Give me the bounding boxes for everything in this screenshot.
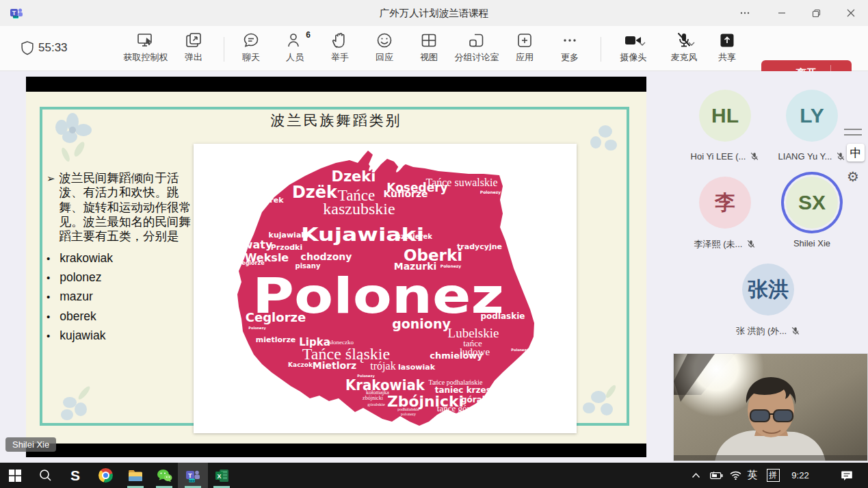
- self-video-tile[interactable]: [673, 353, 868, 461]
- shield-icon: [19, 40, 36, 57]
- people-button[interactable]: 6 人员: [274, 31, 315, 68]
- view-button[interactable]: 视图: [408, 31, 449, 68]
- wordcloud-word: sztajerek: [397, 233, 432, 240]
- more-dots-icon: [561, 31, 579, 49]
- wordcloud-word: Polonezy: [335, 146, 356, 151]
- list-item: •kujawiak: [47, 329, 198, 343]
- windows-logo-icon: [9, 470, 21, 482]
- teams-icon: T NEW: [185, 468, 200, 483]
- slide-bullet-list: •krakowiak •polonez •mazur •oberek •kuja…: [47, 251, 198, 344]
- ime-pinyin-indicator[interactable]: 拼: [763, 463, 782, 488]
- taskbar-app-teams[interactable]: T NEW: [178, 463, 208, 488]
- taskbar-app-excel[interactable]: X: [207, 463, 237, 488]
- title-bar: T NEW 广外万人计划波兰语课程: [0, 0, 868, 26]
- ime-drag-handle[interactable]: [844, 129, 862, 136]
- wordcloud-word: Polonezy: [480, 190, 501, 195]
- camera-icon: [623, 31, 644, 49]
- react-smiley-icon: [376, 31, 393, 49]
- breakout-rooms-button[interactable]: 分组讨论室: [446, 31, 508, 68]
- taskbar-app-explorer[interactable]: [120, 463, 150, 488]
- participant-name: Hoi Yi LEE (...: [691, 151, 746, 162]
- breakout-rooms-icon: [468, 31, 486, 49]
- react-button[interactable]: 回应: [364, 31, 405, 68]
- ime-language-button[interactable]: 中: [847, 144, 865, 162]
- close-icon: [847, 9, 855, 17]
- avatar: 张洪: [742, 264, 794, 316]
- webcam-video: [674, 354, 868, 461]
- taskbar-search-button[interactable]: [30, 463, 60, 488]
- restore-button[interactable]: [800, 0, 832, 26]
- participant-name: Shilei Xie: [793, 238, 830, 248]
- wordcloud-word: Tańce suwalskie: [425, 177, 497, 188]
- file-explorer-icon: [128, 470, 143, 482]
- mic-muted-icon: [746, 240, 756, 249]
- take-control-button[interactable]: 获取控制权: [118, 31, 173, 68]
- restore-icon: [812, 9, 821, 18]
- participant-tile[interactable]: SX Shilei Xie: [767, 177, 856, 248]
- people-icon: [286, 31, 304, 49]
- tray-show-hidden-button[interactable]: [684, 463, 707, 488]
- more-button[interactable]: 更多: [549, 31, 590, 68]
- react-label: 回应: [376, 51, 393, 64]
- wordcloud-word: lasowiak: [398, 363, 436, 372]
- participant-tile[interactable]: 李 李泽熙 (未...: [681, 177, 770, 251]
- minimize-icon: [778, 9, 786, 17]
- mic-chevron-icon[interactable]: [687, 41, 696, 47]
- search-icon: [39, 469, 52, 482]
- toolbar-divider: [601, 37, 601, 62]
- slide-title: 波兰民族舞蹈类别: [26, 111, 646, 130]
- participant-tile[interactable]: 张洪 张 洪韵 (外...: [724, 264, 813, 337]
- participant-tile[interactable]: HL Hoi Yi LEE (...: [681, 90, 770, 162]
- wordcloud-word: Ceglorze: [237, 260, 265, 266]
- battery-icon: [710, 472, 723, 480]
- apps-button[interactable]: 应用: [504, 31, 545, 68]
- wordcloud-word: Dzëk: [292, 183, 338, 202]
- wordcloud-word: kaszubskie: [323, 200, 395, 218]
- avatar: HL: [699, 90, 751, 142]
- poland-map-wordcloud: PolonezyDzekiKosederyTańce suwalskieDzëk…: [194, 144, 577, 433]
- minimize-button[interactable]: [766, 0, 798, 26]
- window-more-button[interactable]: [729, 0, 761, 26]
- taskbar-app-s[interactable]: S: [60, 463, 90, 488]
- mic-muted-icon: [791, 326, 800, 336]
- wordcloud-word: chodzony: [301, 251, 352, 262]
- svg-text:NEW: NEW: [189, 479, 195, 482]
- close-button[interactable]: [835, 0, 867, 26]
- chat-icon: [242, 31, 260, 49]
- s-app-icon: S: [70, 467, 80, 484]
- battery-indicator[interactable]: [706, 463, 726, 488]
- taskbar-clock[interactable]: 9:22: [785, 463, 815, 488]
- wordcloud-word: Wiwaty: [227, 238, 273, 251]
- wordcloud-word: Polonezy: [248, 326, 266, 331]
- mic-button[interactable]: 麦克风: [658, 31, 710, 68]
- wordcloud-word: Mietlorz: [313, 360, 356, 371]
- raise-hand-icon: [331, 31, 349, 49]
- share-button[interactable]: 共享: [710, 31, 744, 68]
- view-grid-icon: [420, 31, 438, 49]
- presentation-slide: 波兰民族舞蹈类别 ➢ 波兰民间舞蹈倾向于活泼、有活力和欢快。跳舞、旋转和运动动作…: [26, 92, 646, 444]
- slide-text-block: ➢ 波兰民间舞蹈倾向于活泼、有活力和欢快。跳舞、旋转和运动动作很常见。波兰最知名…: [47, 171, 198, 343]
- ime-language-indicator[interactable]: 英: [743, 463, 762, 488]
- start-button[interactable]: [0, 463, 30, 488]
- notification-center-button[interactable]: [833, 463, 860, 488]
- raise-hand-button[interactable]: 举手: [319, 31, 360, 68]
- toolbar-divider: [224, 37, 224, 62]
- gear-icon[interactable]: ⚙: [847, 168, 867, 185]
- popout-button[interactable]: 弹出: [173, 31, 214, 68]
- taskbar-app-wechat[interactable]: [149, 463, 179, 488]
- arrow-bullet: ➢: [47, 171, 55, 244]
- taskbar-app-chrome[interactable]: [90, 463, 120, 488]
- camera-chevron-icon[interactable]: [638, 41, 646, 47]
- excel-icon: X: [215, 469, 229, 483]
- taskbar: S T: [0, 463, 868, 488]
- ellipsis-icon: [739, 8, 750, 18]
- camera-button[interactable]: 摄像头: [607, 31, 659, 68]
- chevron-up-icon: [692, 472, 700, 478]
- raise-hand-label: 举手: [331, 51, 349, 64]
- chat-button[interactable]: 聊天: [231, 31, 272, 68]
- share-screen-icon: [718, 31, 736, 49]
- take-control-icon: [136, 31, 155, 49]
- camera-label: 摄像头: [620, 51, 647, 64]
- chat-label: 聊天: [242, 51, 260, 64]
- meeting-timer: 55:33: [38, 41, 68, 55]
